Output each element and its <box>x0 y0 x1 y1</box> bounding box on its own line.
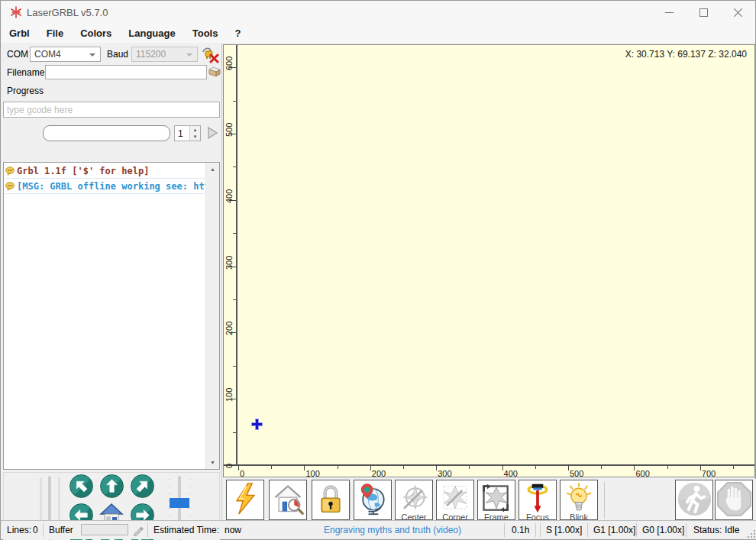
spinner-buttons[interactable]: ▲▼ <box>189 126 200 141</box>
ruler-tick <box>304 464 305 470</box>
filename-label: Filename <box>7 67 44 78</box>
com-label: COM <box>7 49 28 60</box>
minimize-button[interactable] <box>652 1 687 24</box>
console-scrollbar[interactable]: ▲ ▼ <box>205 163 219 469</box>
corner-star-icon <box>438 482 472 516</box>
frame-button[interactable]: Frame <box>477 480 515 520</box>
g1-override[interactable]: G1 [1.00x] <box>593 525 635 535</box>
title-bar: LaserGRBL v5.7.0 <box>1 1 755 24</box>
com-port-select[interactable]: COM4 <box>30 47 101 62</box>
blink-button[interactable]: Blink <box>560 480 598 520</box>
buffer-bar <box>81 524 128 535</box>
gcode-input[interactable] <box>3 102 220 118</box>
preview-canvas[interactable]: X: 30.713 Y: 69.137 Z: 32.040 0100200300… <box>223 44 755 477</box>
ruler-label: 400 <box>504 469 518 477</box>
chevron-down-icon <box>186 53 192 57</box>
run-walker-icon <box>677 481 712 517</box>
progress-bar <box>43 125 170 141</box>
s-override[interactable]: S [1.00x] <box>546 525 582 535</box>
baud-rate-select[interactable]: 115200 <box>131 47 198 62</box>
frame-icon <box>480 482 513 516</box>
ruler-label: 500 <box>225 106 234 137</box>
homing-button[interactable] <box>269 480 307 520</box>
run-button[interactable] <box>675 480 713 520</box>
console-lines: Grbl 1.1f ['$' for help][MSG: GRBL offli… <box>4 163 206 469</box>
menu-grbl[interactable]: Grbl <box>1 24 38 42</box>
ruler-tick <box>271 466 272 469</box>
ruler-label: 200 <box>372 469 386 477</box>
connect-button[interactable] <box>199 45 220 64</box>
unlock-button[interactable] <box>312 480 350 520</box>
status-label: Status: <box>693 525 722 535</box>
stop-hand-icon <box>716 481 752 517</box>
console-log: Grbl 1.1f ['$' for help][MSG: GRBL offli… <box>3 162 220 470</box>
close-icon <box>734 8 742 17</box>
jog-n-button[interactable] <box>100 474 124 498</box>
message-bubble-icon <box>5 182 15 191</box>
close-button[interactable] <box>721 1 755 24</box>
ruler-label: 200 <box>225 305 234 335</box>
control-panel: COM COM4 Baud 115200 Filename <box>1 43 222 520</box>
estimated-time-value: now <box>225 525 241 535</box>
center-button[interactable]: Center <box>395 480 433 520</box>
status-bar: Lines: 0 Buffer Estimated Time: now Engr… <box>1 520 756 539</box>
ruler-tick <box>436 464 437 470</box>
ruler-tick <box>233 167 236 167</box>
passes-value: 1 <box>178 128 183 139</box>
play-button[interactable] <box>204 124 221 141</box>
focus-laser-icon <box>521 482 554 516</box>
reset-grbl-button[interactable] <box>226 480 264 520</box>
menu-tools[interactable]: Tools <box>184 24 227 42</box>
globe-pin-icon <box>356 482 389 516</box>
arrow-n-icon <box>104 478 120 494</box>
menu-language[interactable]: Language <box>120 24 183 42</box>
laser-position-marker <box>251 419 263 430</box>
arrow-nw-icon <box>70 475 93 498</box>
message-bubble-icon <box>5 167 15 176</box>
plug-disconnected-icon <box>201 46 219 64</box>
filename-input[interactable] <box>45 65 207 79</box>
menu-help[interactable]: ? <box>226 24 249 42</box>
jog-ne-button[interactable] <box>131 474 154 498</box>
spin-down-icon[interactable]: ▼ <box>190 134 200 141</box>
chevron-down-icon <box>89 53 95 57</box>
ruler-tick <box>667 466 668 469</box>
ruler-label: 400 <box>225 173 234 203</box>
scroll-down-icon[interactable]: ▼ <box>206 456 219 469</box>
ruler-label: 600 <box>225 44 234 70</box>
maximize-button[interactable] <box>687 1 721 24</box>
minimize-icon <box>665 8 674 17</box>
scroll-up-icon[interactable]: ▲ <box>206 163 219 176</box>
pen-icon <box>132 525 144 536</box>
jog-nw-button[interactable] <box>69 474 93 498</box>
g0-override[interactable]: G0 [1.00x] <box>642 525 684 535</box>
open-file-icon[interactable] <box>207 64 221 79</box>
menu-file[interactable]: File <box>38 24 72 42</box>
focus-button[interactable]: Focus <box>519 480 557 520</box>
ruler-tick <box>370 464 371 470</box>
ruler-tick <box>634 464 635 470</box>
toolbar-separator <box>604 482 605 519</box>
arrow-ne-icon <box>131 475 154 498</box>
news-link[interactable]: Engraving myths and truth (video) <box>324 525 461 535</box>
lines-label: Lines: <box>7 525 31 535</box>
passes-spinner[interactable]: 1 ▲▼ <box>174 125 201 141</box>
status-value: Idle <box>725 525 739 535</box>
corner-button[interactable]: Corner <box>436 480 474 520</box>
toolbar-separator <box>350 482 351 519</box>
ruler-tick <box>233 366 236 367</box>
stop-button[interactable] <box>715 480 753 520</box>
step-slider-handle[interactable] <box>170 498 189 508</box>
home-search-icon <box>271 482 305 516</box>
buffer-label: Buffer <box>49 525 73 535</box>
play-icon <box>205 126 219 140</box>
menu-colors[interactable]: Colors <box>72 24 120 42</box>
laser-spark-icon <box>10 6 22 18</box>
lightning-icon <box>228 482 262 516</box>
ruler-tick <box>733 466 734 469</box>
spin-up-icon[interactable]: ▲ <box>190 126 200 134</box>
time-value: 0.1h <box>512 525 529 535</box>
ruler-tick <box>233 299 236 300</box>
go-to-position-button[interactable] <box>354 480 392 520</box>
resize-grip[interactable] <box>746 529 755 538</box>
